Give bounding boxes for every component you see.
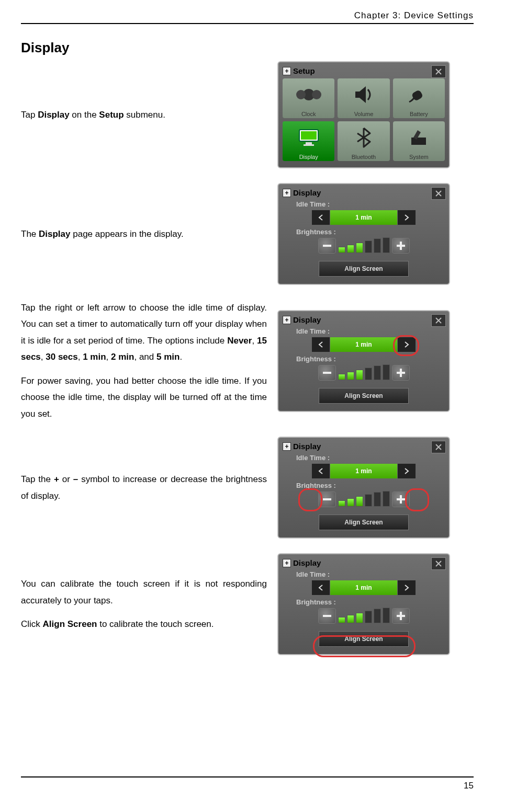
idle-time-label: Idle Time :: [296, 200, 445, 208]
align-screen-button[interactable]: Align Screen: [319, 388, 409, 404]
align-screen-button[interactable]: Align Screen: [319, 514, 409, 530]
idle-prev-button[interactable]: [311, 210, 330, 225]
expand-icon: +: [283, 189, 291, 197]
page-number: 15: [21, 776, 474, 791]
svg-rect-15: [323, 498, 331, 500]
idle-time-value: 1 min: [330, 337, 397, 352]
idle-prev-button[interactable]: [311, 463, 330, 479]
svg-rect-12: [323, 372, 331, 374]
idle-prev-button[interactable]: [311, 580, 330, 596]
svg-rect-18: [323, 615, 331, 617]
speaker-icon: [353, 85, 374, 104]
close-button[interactable]: [431, 314, 446, 327]
monitor-icon: [297, 128, 320, 147]
idle-time-label: Idle Time :: [296, 454, 445, 462]
idle-next-button[interactable]: [397, 463, 416, 479]
svg-rect-11: [397, 245, 405, 247]
brightness-increase-button[interactable]: [392, 238, 410, 254]
tile-clock[interactable]: Clock: [283, 78, 334, 118]
setup-panel: + Setup Clock Volume Battery: [277, 61, 450, 168]
svg-rect-5: [301, 131, 317, 140]
idle-next-button[interactable]: [397, 580, 416, 596]
chevron-left-icon: [318, 341, 323, 348]
expand-icon: +: [283, 442, 291, 451]
tile-bluetooth[interactable]: Bluetooth: [338, 121, 389, 161]
brightness-bars: [338, 609, 390, 623]
tile-battery[interactable]: Battery: [393, 78, 445, 118]
brightness-decrease-button[interactable]: [318, 238, 336, 254]
svg-rect-14: [397, 372, 405, 374]
minus-icon: [323, 372, 331, 374]
align-screen-button[interactable]: Align Screen: [319, 261, 409, 277]
chevron-right-icon: [404, 214, 409, 221]
close-icon: [435, 68, 442, 75]
brightness-increase-button[interactable]: [392, 365, 410, 381]
minus-icon: [323, 245, 331, 247]
tile-volume[interactable]: Volume: [338, 78, 389, 118]
brightness-increase-button[interactable]: [392, 608, 410, 624]
instruction-3b: For power saving, you had better choose …: [21, 373, 267, 422]
plug-icon: [408, 85, 429, 104]
instruction-4: Tap the + or – symbol to increase or dec…: [21, 471, 267, 504]
chevron-left-icon: [318, 468, 323, 474]
plus-icon: [397, 369, 405, 377]
instruction-5b: Click Align Screen to calibrate the touc…: [21, 616, 267, 632]
idle-time-label: Idle Time :: [296, 570, 445, 578]
svg-rect-17: [397, 498, 405, 500]
svg-rect-9: [323, 245, 331, 247]
close-icon: [435, 561, 442, 567]
brightness-bars: [338, 238, 390, 253]
instruction-5a: You can calibrate the touch screen if it…: [21, 576, 267, 609]
idle-time-label: Idle Time :: [296, 327, 445, 335]
brightness-label: Brightness :: [296, 355, 445, 363]
idle-time-value: 1 min: [330, 463, 397, 479]
minus-icon: [323, 615, 331, 617]
brightness-label: Brightness :: [296, 482, 445, 489]
instruction-2: The Display page appears in the display.: [21, 226, 267, 242]
expand-icon: +: [283, 316, 291, 324]
svg-rect-20: [397, 615, 405, 617]
idle-time-value: 1 min: [330, 210, 397, 225]
plus-icon: [397, 495, 405, 504]
brightness-bars: [338, 365, 390, 380]
brightness-label: Brightness :: [296, 228, 445, 236]
plus-icon: [397, 242, 405, 250]
idle-prev-button[interactable]: [311, 337, 330, 352]
chevron-right-icon: [404, 468, 409, 474]
brightness-decrease-button[interactable]: [318, 365, 336, 381]
minus-icon: [323, 498, 331, 500]
tile-display[interactable]: Display: [283, 121, 334, 161]
display-panel-2: +Display Idle Time : 1 min Brightness : …: [277, 310, 450, 412]
align-screen-button[interactable]: Align Screen: [319, 631, 409, 647]
close-button[interactable]: [431, 187, 446, 200]
close-button[interactable]: [431, 441, 446, 453]
brightness-bars: [338, 492, 390, 507]
idle-next-button[interactable]: [397, 210, 416, 225]
brightness-increase-button[interactable]: [392, 491, 410, 507]
instruction-3a: Tap the right or left arrow to choose th…: [21, 300, 267, 365]
svg-rect-8: [411, 138, 426, 145]
close-icon: [435, 444, 442, 450]
close-button[interactable]: [431, 65, 446, 78]
close-icon: [435, 317, 442, 324]
tile-system[interactable]: System: [393, 121, 445, 161]
expand-icon: +: [283, 67, 291, 75]
brightness-decrease-button[interactable]: [318, 491, 336, 507]
svg-rect-7: [304, 144, 314, 146]
chevron-right-icon: [404, 341, 409, 348]
chevron-left-icon: [318, 585, 323, 591]
display-panel-1: +Display Idle Time : 1 min Brightness : …: [277, 183, 450, 285]
instruction-1: Tap Display on the Setup submenu.: [21, 107, 267, 123]
system-icon: [408, 128, 429, 147]
idle-next-button[interactable]: [397, 337, 416, 352]
svg-rect-6: [306, 142, 312, 144]
close-button[interactable]: [431, 557, 446, 570]
svg-point-2: [312, 90, 321, 99]
chapter-header: Chapter 3: Device Settings: [21, 10, 474, 24]
expand-icon: +: [283, 559, 291, 567]
clock-icon: [296, 86, 322, 104]
brightness-decrease-button[interactable]: [318, 608, 336, 624]
display-panel-4: +Display Idle Time : 1 min Brightness : …: [277, 553, 450, 655]
chevron-right-icon: [404, 585, 409, 591]
chevron-left-icon: [318, 214, 323, 221]
